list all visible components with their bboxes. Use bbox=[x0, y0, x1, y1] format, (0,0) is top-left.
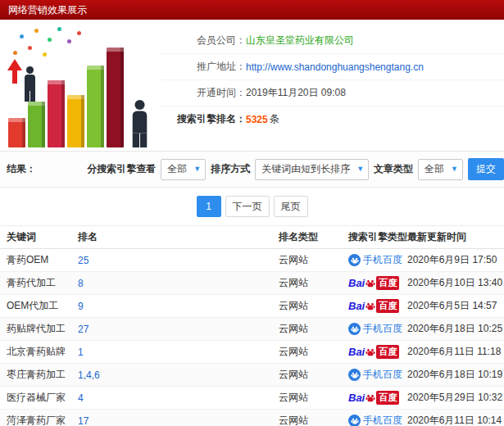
header-engine-type: 搜索引擎类型 bbox=[348, 230, 407, 244]
chart-bar bbox=[87, 66, 104, 147]
engine-filter-label: 分搜索引擎查看 bbox=[87, 162, 156, 176]
submit-button[interactable]: 提交 bbox=[468, 158, 504, 180]
engine-label: 百度 bbox=[376, 299, 399, 313]
field-url: 推广地址： http://www.shandonghuangshengtang.… bbox=[161, 54, 504, 80]
confetti-dot bbox=[20, 34, 24, 39]
table-row: 膏药OEM 25 云网站 手机百度 2020年6月9日 17:50 bbox=[0, 249, 504, 272]
company-link[interactable]: 山东皇圣堂药业有限公司 bbox=[246, 34, 354, 48]
rank-type-cell: 云网站 bbox=[279, 345, 348, 359]
baidu-paw-icon bbox=[366, 347, 375, 357]
keyword-cell: 膏药OEM bbox=[0, 253, 78, 267]
chart-bar bbox=[48, 80, 65, 147]
rank-type-cell: 云网站 bbox=[279, 322, 348, 336]
open-time-value: 2019年11月20日 09:08 bbox=[246, 86, 346, 100]
next-page-button[interactable]: 下一页 bbox=[225, 196, 270, 217]
chevron-down-icon: ▼ bbox=[193, 165, 201, 173]
confetti-dot bbox=[28, 46, 32, 50]
baidu-wordmark: Bai bbox=[348, 346, 365, 358]
header-keyword: 关键词 bbox=[0, 230, 78, 244]
engine-cell: 手机百度 bbox=[348, 322, 407, 336]
table-row: 菏泽膏药厂家 17 云网站 手机百度 2020年6月11日 10:14 bbox=[0, 410, 504, 426]
rank-link[interactable]: 17 bbox=[78, 415, 89, 426]
baidu-mobile-logo: 手机百度 bbox=[348, 368, 402, 382]
growth-arrow-icon bbox=[12, 62, 17, 84]
rank-type-cell: 云网站 bbox=[279, 368, 348, 382]
keyword-cell: 膏药代加工 bbox=[0, 276, 78, 290]
page-1-button[interactable]: 1 bbox=[197, 196, 221, 217]
table-row: 北京膏药贴牌 1 云网站 Bai 百度 2020年6月11日 11:18 bbox=[0, 341, 504, 364]
rank-type-cell: 云网站 bbox=[279, 253, 348, 267]
baidu-pc-logo: Bai 百度 bbox=[348, 299, 399, 313]
pagination: 1 下一页 尾页 bbox=[0, 188, 504, 225]
updated-cell: 2020年5月29日 10:32 bbox=[407, 391, 504, 405]
chart-bar bbox=[28, 102, 45, 147]
rank-link[interactable]: 27 bbox=[78, 324, 89, 335]
confetti-dot bbox=[34, 29, 39, 33]
confetti-dot bbox=[43, 52, 47, 57]
keyword-cell: 医疗器械厂家 bbox=[0, 391, 78, 405]
type-filter-label: 文章类型 bbox=[374, 162, 413, 176]
baidu-wordmark: Bai bbox=[348, 277, 365, 289]
promo-url-link[interactable]: http://www.shandonghuangshengtang.cn bbox=[246, 61, 424, 73]
updated-cell: 2020年6月18日 10:25 bbox=[407, 322, 504, 336]
engine-label: 手机百度 bbox=[363, 253, 402, 267]
last-page-button[interactable]: 尾页 bbox=[274, 196, 308, 217]
baidu-mobile-logo: 手机百度 bbox=[348, 414, 402, 426]
engine-cell: 手机百度 bbox=[348, 368, 407, 382]
rank-link[interactable]: 1,4,6 bbox=[78, 369, 100, 381]
keyword-cell: 枣庄膏药加工 bbox=[0, 368, 78, 382]
rank-link[interactable]: 4 bbox=[78, 392, 84, 404]
rank-link[interactable]: 8 bbox=[78, 278, 84, 289]
rank-link[interactable]: 9 bbox=[78, 301, 84, 312]
baidu-mobile-logo: 手机百度 bbox=[348, 322, 402, 336]
table-row: 医疗器械厂家 4 云网站 Bai 百度 2020年5月29日 10:32 bbox=[0, 387, 504, 410]
chart-bar bbox=[8, 118, 25, 147]
updated-cell: 2020年6月11日 11:18 bbox=[407, 345, 504, 359]
engine-cell: 手机百度 bbox=[348, 253, 407, 267]
baidu-pc-logo: Bai 百度 bbox=[348, 391, 399, 405]
rank-type-cell: 云网站 bbox=[279, 276, 348, 290]
engine-select[interactable]: 全部 ▼ bbox=[161, 159, 206, 180]
rank-count-label: 搜索引擎排名： bbox=[161, 112, 246, 126]
baidu-pc-logo: Bai 百度 bbox=[348, 276, 399, 290]
engine-select-value: 全部 bbox=[167, 162, 187, 176]
rank-type-cell: 云网站 bbox=[279, 391, 348, 405]
engine-label: 百度 bbox=[376, 391, 399, 405]
baidu-wordmark: Bai bbox=[348, 300, 365, 312]
chart-bar bbox=[107, 48, 124, 147]
type-select[interactable]: 全部 ▼ bbox=[418, 159, 463, 180]
engine-label: 百度 bbox=[376, 276, 399, 290]
baidu-paw-icon bbox=[348, 415, 361, 426]
table-row: 枣庄膏药加工 1,4,6 云网站 手机百度 2020年6月18日 10:19 bbox=[0, 364, 504, 387]
keyword-cell: OEM代加工 bbox=[0, 299, 78, 313]
confetti-dot bbox=[67, 39, 71, 43]
baidu-wordmark: Bai bbox=[348, 392, 365, 404]
updated-cell: 2020年6月18日 10:19 bbox=[407, 368, 504, 382]
updated-cell: 2020年6月9日 17:50 bbox=[407, 253, 504, 267]
confetti-dot bbox=[57, 27, 61, 31]
baidu-paw-icon bbox=[366, 301, 375, 311]
businessman-figure bbox=[25, 66, 35, 102]
baidu-paw-icon bbox=[348, 254, 361, 266]
engine-cell: Bai 百度 bbox=[348, 391, 407, 405]
engine-cell: 手机百度 bbox=[348, 414, 407, 426]
sort-select[interactable]: 关键词由短到长排序 ▼ bbox=[255, 159, 369, 180]
businessman-figure bbox=[133, 100, 148, 147]
filter-bar: 结果： 分搜索引擎查看 全部 ▼ 排序方式 关键词由短到长排序 ▼ 文章类型 全… bbox=[0, 152, 504, 188]
table-body: 膏药OEM 25 云网站 手机百度 2020年6月9日 17:50 膏药代加工 … bbox=[0, 249, 504, 426]
engine-label: 手机百度 bbox=[363, 368, 402, 382]
rank-link[interactable]: 1 bbox=[78, 347, 84, 358]
table-header-row: 关键词 排名 排名类型 搜索引擎类型 最新更新时间 bbox=[0, 225, 504, 249]
chevron-down-icon: ▼ bbox=[356, 165, 364, 173]
updated-cell: 2020年6月11日 10:14 bbox=[407, 414, 504, 426]
rank-link[interactable]: 25 bbox=[78, 255, 89, 266]
engine-label: 手机百度 bbox=[363, 322, 402, 336]
field-rank-count: 搜索引擎排名： 5325 条 bbox=[161, 106, 504, 132]
keyword-cell: 北京膏药贴牌 bbox=[0, 345, 78, 359]
confetti-dot bbox=[48, 38, 52, 42]
updated-cell: 2020年6月10日 13:40 bbox=[407, 276, 504, 290]
rank-type-cell: 云网站 bbox=[279, 299, 348, 313]
baidu-mobile-logo: 手机百度 bbox=[348, 253, 402, 267]
filter-controls: 分搜索引擎查看 全部 ▼ 排序方式 关键词由短到长排序 ▼ 文章类型 全部 ▼ … bbox=[87, 158, 504, 180]
keyword-cell: 菏泽膏药厂家 bbox=[0, 414, 78, 426]
